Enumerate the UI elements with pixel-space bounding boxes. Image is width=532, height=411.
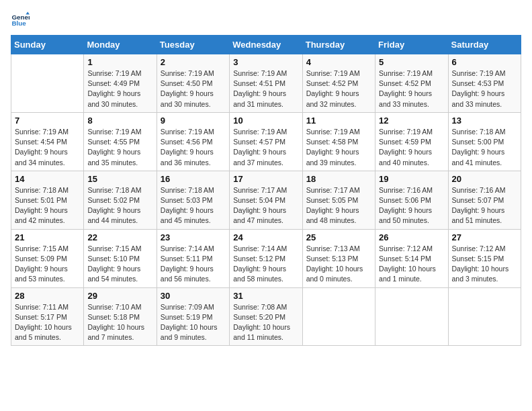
day-info: Sunrise: 7:19 AMSunset: 4:51 PMDaylight:… xyxy=(233,68,298,109)
day-info: Sunrise: 7:19 AMSunset: 4:52 PMDaylight:… xyxy=(306,68,371,109)
day-info: Sunrise: 7:11 AMSunset: 5:17 PMDaylight:… xyxy=(15,302,80,343)
logo-icon: General Blue xyxy=(11,11,30,30)
column-header-saturday: Saturday xyxy=(448,36,521,54)
column-header-monday: Monday xyxy=(84,36,157,54)
day-info: Sunrise: 7:17 AMSunset: 5:05 PMDaylight:… xyxy=(306,185,371,226)
calendar-day-3: 3Sunrise: 7:19 AMSunset: 4:51 PMDaylight… xyxy=(230,54,302,113)
day-info: Sunrise: 7:15 AMSunset: 5:09 PMDaylight:… xyxy=(15,244,80,285)
calendar-day-14: 14Sunrise: 7:18 AMSunset: 5:01 PMDayligh… xyxy=(11,171,84,229)
day-number: 9 xyxy=(161,116,226,126)
day-number: 14 xyxy=(15,174,80,184)
calendar-day-12: 12Sunrise: 7:19 AMSunset: 4:59 PMDayligh… xyxy=(375,112,448,171)
day-number: 2 xyxy=(161,57,226,67)
day-number: 6 xyxy=(452,57,517,67)
calendar-day-4: 4Sunrise: 7:19 AMSunset: 4:52 PMDaylight… xyxy=(302,54,375,113)
day-number: 29 xyxy=(87,291,152,301)
day-info: Sunrise: 7:10 AMSunset: 5:18 PMDaylight:… xyxy=(87,302,152,343)
calendar-week-row: 14Sunrise: 7:18 AMSunset: 5:01 PMDayligh… xyxy=(11,171,521,229)
calendar-day-27: 27Sunrise: 7:12 AMSunset: 5:15 PMDayligh… xyxy=(448,229,521,287)
day-info: Sunrise: 7:18 AMSunset: 5:02 PMDaylight:… xyxy=(87,185,152,226)
day-number: 19 xyxy=(379,174,444,184)
day-info: Sunrise: 7:08 AMSunset: 5:20 PMDaylight:… xyxy=(233,302,298,343)
day-info: Sunrise: 7:19 AMSunset: 4:55 PMDaylight:… xyxy=(87,127,152,168)
day-number: 22 xyxy=(87,232,152,242)
day-info: Sunrise: 7:12 AMSunset: 5:15 PMDaylight:… xyxy=(452,244,517,285)
day-number: 21 xyxy=(15,232,80,242)
day-info: Sunrise: 7:17 AMSunset: 5:04 PMDaylight:… xyxy=(233,185,298,226)
calendar-empty-cell xyxy=(11,54,84,113)
column-header-tuesday: Tuesday xyxy=(157,36,229,54)
page-header: General Blue xyxy=(11,11,521,30)
day-number: 27 xyxy=(452,232,517,242)
day-info: Sunrise: 7:09 AMSunset: 5:19 PMDaylight:… xyxy=(161,302,226,343)
calendar-day-19: 19Sunrise: 7:16 AMSunset: 5:06 PMDayligh… xyxy=(375,171,448,229)
calendar-day-30: 30Sunrise: 7:09 AMSunset: 5:19 PMDayligh… xyxy=(157,287,229,346)
calendar-week-row: 1Sunrise: 7:19 AMSunset: 4:49 PMDaylight… xyxy=(11,54,521,113)
day-info: Sunrise: 7:19 AMSunset: 4:50 PMDaylight:… xyxy=(161,68,226,109)
calendar-day-2: 2Sunrise: 7:19 AMSunset: 4:50 PMDaylight… xyxy=(157,54,229,113)
calendar-day-26: 26Sunrise: 7:12 AMSunset: 5:14 PMDayligh… xyxy=(375,229,448,287)
calendar-day-16: 16Sunrise: 7:18 AMSunset: 5:03 PMDayligh… xyxy=(157,171,229,229)
calendar-day-13: 13Sunrise: 7:18 AMSunset: 5:00 PMDayligh… xyxy=(448,112,521,171)
calendar-day-15: 15Sunrise: 7:18 AMSunset: 5:02 PMDayligh… xyxy=(84,171,157,229)
calendar-day-28: 28Sunrise: 7:11 AMSunset: 5:17 PMDayligh… xyxy=(11,287,84,346)
calendar-week-row: 28Sunrise: 7:11 AMSunset: 5:17 PMDayligh… xyxy=(11,287,521,346)
day-number: 28 xyxy=(15,291,80,301)
column-header-thursday: Thursday xyxy=(302,36,375,54)
column-header-friday: Friday xyxy=(375,36,448,54)
day-info: Sunrise: 7:19 AMSunset: 4:57 PMDaylight:… xyxy=(233,127,298,168)
column-header-sunday: Sunday xyxy=(11,36,84,54)
day-number: 3 xyxy=(233,57,298,67)
calendar-week-row: 7Sunrise: 7:19 AMSunset: 4:54 PMDaylight… xyxy=(11,112,521,171)
day-number: 12 xyxy=(379,116,444,126)
day-info: Sunrise: 7:16 AMSunset: 5:06 PMDaylight:… xyxy=(379,185,444,226)
calendar-day-10: 10Sunrise: 7:19 AMSunset: 4:57 PMDayligh… xyxy=(230,112,302,171)
svg-text:Blue: Blue xyxy=(11,19,26,27)
day-number: 18 xyxy=(306,174,371,184)
day-number: 17 xyxy=(233,174,298,184)
day-number: 20 xyxy=(452,174,517,184)
day-number: 5 xyxy=(379,57,444,67)
day-number: 25 xyxy=(306,232,371,242)
calendar-empty-cell xyxy=(302,287,375,346)
day-number: 4 xyxy=(306,57,371,67)
day-info: Sunrise: 7:13 AMSunset: 5:13 PMDaylight:… xyxy=(306,244,371,285)
day-info: Sunrise: 7:12 AMSunset: 5:14 PMDaylight:… xyxy=(379,244,444,285)
day-info: Sunrise: 7:19 AMSunset: 4:52 PMDaylight:… xyxy=(379,68,444,109)
day-number: 13 xyxy=(452,116,517,126)
calendar-day-11: 11Sunrise: 7:19 AMSunset: 4:58 PMDayligh… xyxy=(302,112,375,171)
calendar-empty-cell xyxy=(375,287,448,346)
day-number: 8 xyxy=(87,116,152,126)
day-info: Sunrise: 7:15 AMSunset: 5:10 PMDaylight:… xyxy=(87,244,152,285)
calendar-day-22: 22Sunrise: 7:15 AMSunset: 5:10 PMDayligh… xyxy=(84,229,157,287)
calendar-day-31: 31Sunrise: 7:08 AMSunset: 5:20 PMDayligh… xyxy=(230,287,302,346)
column-header-wednesday: Wednesday xyxy=(230,36,302,54)
calendar-day-1: 1Sunrise: 7:19 AMSunset: 4:49 PMDaylight… xyxy=(84,54,157,113)
day-info: Sunrise: 7:19 AMSunset: 4:54 PMDaylight:… xyxy=(15,127,80,168)
day-info: Sunrise: 7:16 AMSunset: 5:07 PMDaylight:… xyxy=(452,185,517,226)
day-info: Sunrise: 7:19 AMSunset: 4:58 PMDaylight:… xyxy=(306,127,371,168)
calendar-day-29: 29Sunrise: 7:10 AMSunset: 5:18 PMDayligh… xyxy=(84,287,157,346)
calendar-day-17: 17Sunrise: 7:17 AMSunset: 5:04 PMDayligh… xyxy=(230,171,302,229)
calendar-day-25: 25Sunrise: 7:13 AMSunset: 5:13 PMDayligh… xyxy=(302,229,375,287)
day-number: 7 xyxy=(15,116,80,126)
day-number: 23 xyxy=(161,232,226,242)
logo: General Blue xyxy=(11,11,32,30)
calendar-week-row: 21Sunrise: 7:15 AMSunset: 5:09 PMDayligh… xyxy=(11,229,521,287)
calendar-day-5: 5Sunrise: 7:19 AMSunset: 4:52 PMDaylight… xyxy=(375,54,448,113)
calendar-day-8: 8Sunrise: 7:19 AMSunset: 4:55 PMDaylight… xyxy=(84,112,157,171)
day-info: Sunrise: 7:14 AMSunset: 5:12 PMDaylight:… xyxy=(233,244,298,285)
day-number: 1 xyxy=(87,57,152,67)
calendar-day-9: 9Sunrise: 7:19 AMSunset: 4:56 PMDaylight… xyxy=(157,112,229,171)
day-number: 15 xyxy=(87,174,152,184)
calendar-day-7: 7Sunrise: 7:19 AMSunset: 4:54 PMDaylight… xyxy=(11,112,84,171)
calendar-day-21: 21Sunrise: 7:15 AMSunset: 5:09 PMDayligh… xyxy=(11,229,84,287)
calendar-day-23: 23Sunrise: 7:14 AMSunset: 5:11 PMDayligh… xyxy=(157,229,229,287)
day-info: Sunrise: 7:19 AMSunset: 4:59 PMDaylight:… xyxy=(379,127,444,168)
calendar-empty-cell xyxy=(448,287,521,346)
day-number: 10 xyxy=(233,116,298,126)
day-number: 24 xyxy=(233,232,298,242)
calendar-table: SundayMondayTuesdayWednesdayThursdayFrid… xyxy=(11,35,521,346)
day-info: Sunrise: 7:18 AMSunset: 5:00 PMDaylight:… xyxy=(452,127,517,168)
day-info: Sunrise: 7:14 AMSunset: 5:11 PMDaylight:… xyxy=(161,244,226,285)
